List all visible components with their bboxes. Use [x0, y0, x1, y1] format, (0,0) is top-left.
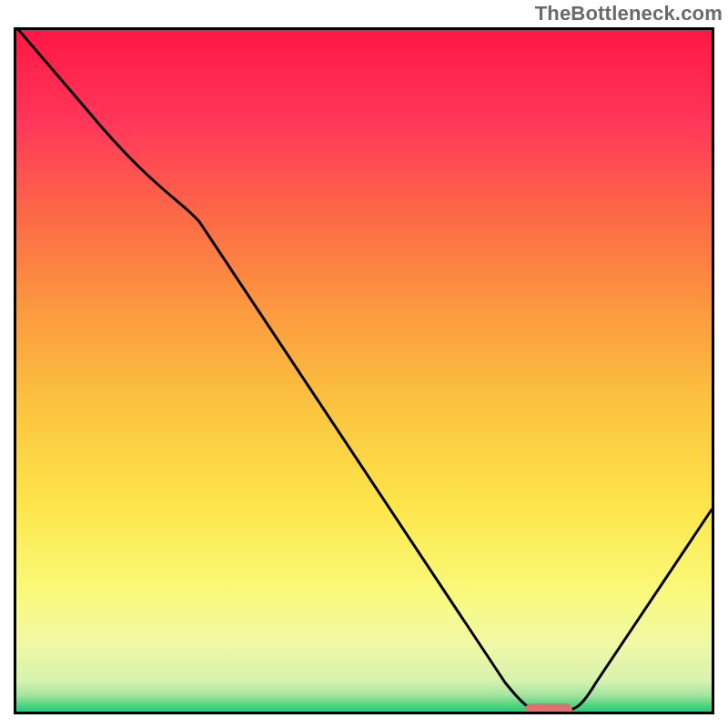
plot-svg — [14, 27, 714, 714]
gradient-background — [16, 27, 712, 712]
chart-container: TheBottleneck.com — [0, 0, 728, 728]
watermark-text: TheBottleneck.com — [535, 2, 723, 25]
plot-area — [14, 27, 714, 714]
